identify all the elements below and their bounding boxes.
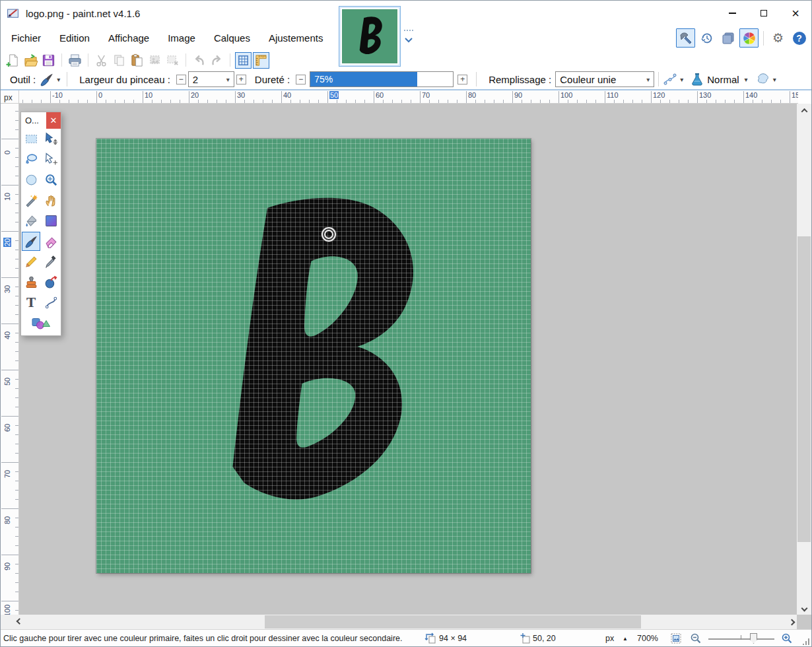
shapes-tool[interactable]	[22, 314, 60, 333]
clone-stamp-tool[interactable]	[22, 273, 40, 292]
colors-button[interactable]	[739, 28, 759, 48]
print-button[interactable]	[67, 52, 83, 69]
ellipse-select-tool[interactable]	[22, 170, 40, 189]
horizontal-scrollbar[interactable]	[13, 615, 798, 629]
line-curve-tool[interactable]	[42, 293, 60, 312]
ruler-tick	[15, 536, 18, 537]
layers-button[interactable]	[718, 28, 737, 48]
tools-palette-window: O... ✕ T	[20, 112, 61, 336]
vertical-scrollbar[interactable]	[797, 104, 811, 615]
ruler-tick	[15, 434, 18, 435]
save-button[interactable]	[40, 52, 57, 69]
brush-width-plus-button[interactable]: +	[236, 75, 246, 85]
scroll-left-button[interactable]	[13, 615, 26, 629]
ruler-tick	[50, 91, 51, 103]
canvas-viewport[interactable]: O... ✕ T	[19, 104, 798, 615]
grid-button[interactable]	[235, 52, 252, 69]
new-file-icon	[6, 53, 20, 67]
fit-to-window-icon[interactable]	[670, 632, 682, 644]
zoom-slider-track[interactable]	[708, 638, 774, 640]
pencil-tool[interactable]	[22, 252, 40, 271]
paste-button[interactable]	[129, 52, 145, 69]
image-list-thumbnail[interactable]	[339, 6, 401, 67]
move-selection-tool[interactable]	[42, 150, 60, 169]
hardness-minus-button[interactable]: −	[296, 75, 306, 85]
brush-width-combobox[interactable]: 2 ▾	[188, 71, 234, 87]
line-curve-icon	[44, 296, 58, 310]
menu-ajustements[interactable]: Ajustements	[259, 26, 333, 51]
recolor-tool[interactable]	[42, 273, 60, 292]
menu-fichier[interactable]: Fichier	[2, 26, 50, 51]
minimize-icon	[729, 13, 736, 14]
antialiasing-dropdown-arrow[interactable]: ▾	[680, 76, 683, 83]
separator	[186, 53, 186, 67]
eraser-tool[interactable]	[42, 232, 60, 251]
tool-dropdown-arrow[interactable]: ▾	[57, 76, 60, 83]
pan-hand-tool[interactable]	[42, 191, 60, 210]
blend-mode-dropdown-arrow[interactable]: ▾	[745, 76, 748, 83]
zoom-out-icon[interactable]	[690, 632, 702, 644]
blend-mode-value[interactable]: Normal	[707, 74, 739, 85]
menu-affichage[interactable]: Affichage	[99, 26, 158, 51]
image-list-chevron-button[interactable]	[403, 30, 415, 46]
color-picker-tool[interactable]	[42, 252, 60, 271]
canvas-image[interactable]	[96, 139, 531, 573]
new-file-button[interactable]	[5, 52, 21, 69]
magic-wand-tool[interactable]	[22, 191, 40, 210]
pan-hand-icon	[44, 193, 58, 207]
lasso-tool[interactable]	[22, 150, 40, 169]
menu-image[interactable]: Image	[158, 26, 205, 51]
scroll-down-button[interactable]	[797, 601, 811, 615]
brush-width-minus-button[interactable]: −	[176, 75, 186, 85]
paint-bucket-tool[interactable]	[22, 211, 40, 230]
separator	[230, 53, 230, 67]
hardness-slider[interactable]: 75%	[310, 71, 454, 87]
horizontal-scrollbar-thumb[interactable]	[265, 615, 641, 629]
tool-label: Outil :	[10, 74, 36, 85]
ruler-label: 110	[607, 91, 619, 99]
minimize-button[interactable]	[716, 1, 748, 26]
rulers-button[interactable]	[253, 52, 269, 69]
antialiasing-icon[interactable]	[663, 72, 677, 86]
tools-palette-close-button[interactable]: ✕	[46, 112, 61, 129]
settings-button[interactable]: ⚙	[768, 28, 788, 48]
scroll-up-button[interactable]	[797, 104, 811, 117]
copy-icon	[112, 53, 126, 67]
menu-edition[interactable]: Edition	[50, 26, 99, 51]
text-tool-tool[interactable]: T	[22, 293, 40, 312]
move-pixels-tool[interactable]	[42, 129, 60, 149]
scroll-right-button[interactable]	[785, 615, 798, 629]
history-icon	[700, 31, 714, 46]
open-button[interactable]	[22, 52, 39, 69]
crop-icon	[148, 53, 162, 67]
hardness-plus-button[interactable]: +	[457, 75, 467, 85]
zoom-in-icon[interactable]	[781, 632, 793, 644]
clone-stamp-icon	[24, 275, 38, 289]
maximize-button[interactable]	[748, 1, 780, 26]
rect-select-tool[interactable]	[22, 129, 40, 149]
copy-button	[111, 52, 127, 69]
unit-selector[interactable]: px	[605, 634, 614, 643]
fill-style-combobox[interactable]: Couleur unie ▾	[555, 71, 654, 87]
help-button[interactable]: ?	[790, 28, 809, 48]
blend-mode-flask-icon[interactable]	[690, 72, 704, 86]
unit-dropdown-arrow[interactable]: ▲	[623, 636, 628, 642]
tools-palette-header[interactable]: O... ✕	[21, 112, 61, 129]
current-tool-brush-icon[interactable]	[40, 72, 54, 86]
close-button[interactable]: ×	[780, 1, 811, 26]
ruler-tick	[318, 100, 319, 103]
menu-calques[interactable]: Calques	[205, 26, 259, 51]
paintbrush-tool[interactable]	[22, 232, 40, 251]
ruler-tick	[15, 564, 18, 564]
zoom-tool-tool[interactable]	[42, 170, 60, 189]
vertical-scrollbar-thumb[interactable]	[797, 236, 811, 542]
selection-mode-icon[interactable]	[756, 72, 770, 86]
ruler-tick	[170, 100, 171, 103]
tools-button[interactable]	[676, 28, 695, 48]
zoom-level-value[interactable]: 700%	[637, 634, 658, 643]
history-button[interactable]	[697, 28, 716, 48]
resize-grip[interactable]	[803, 638, 809, 645]
selection-mode-dropdown-arrow[interactable]: ▾	[773, 76, 776, 83]
ruler-tick	[15, 222, 18, 222]
gradient-tool-tool[interactable]	[42, 211, 60, 230]
